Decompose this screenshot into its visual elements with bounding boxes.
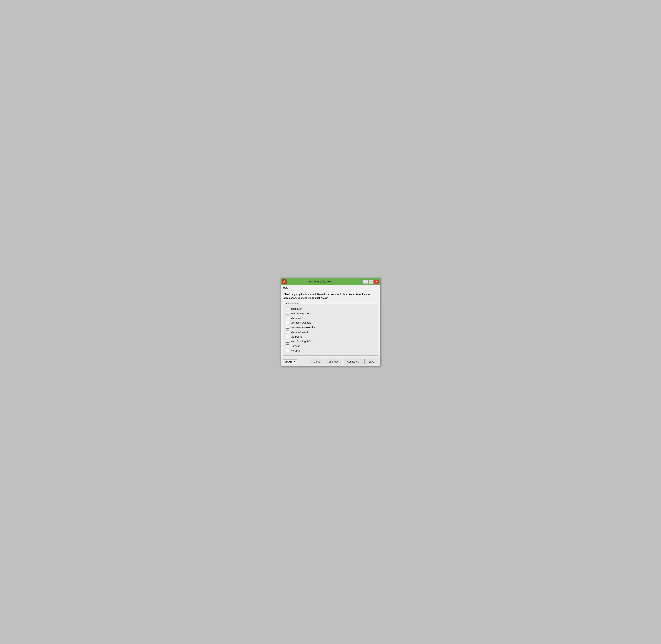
app-label-nero-burning-rom: Nero Burning ROM <box>291 340 313 343</box>
list-item[interactable]: calculator <box>286 307 375 310</box>
list-item[interactable]: Nero Burning ROM <box>286 340 375 343</box>
window-controls: — □ ✕ <box>363 280 379 284</box>
menu-help[interactable]: Help <box>282 286 289 290</box>
checkbox-microsoft-outlook[interactable] <box>286 321 289 324</box>
checkbox-microsoft-powerpoint[interactable] <box>286 326 289 329</box>
configure-button[interactable]: Configure... <box>344 359 363 364</box>
applications-group: Applications calculator Internet Explore… <box>283 304 378 356</box>
list-item[interactable]: wordpad <box>286 349 375 352</box>
checkbox-microsoft-word[interactable] <box>286 330 289 333</box>
svg-text:🔒: 🔒 <box>283 280 286 283</box>
app-label-ms-painter: MS Painter <box>291 335 303 338</box>
checkbox-wordpad[interactable] <box>286 349 289 352</box>
list-item[interactable]: Microsoft Outlook <box>286 321 375 324</box>
list-item[interactable]: Notepad <box>286 344 375 347</box>
save-button[interactable]: Save <box>364 359 378 364</box>
menu-bar: Help <box>281 285 380 290</box>
checkbox-nero-burning-rom[interactable] <box>286 340 289 343</box>
app-label-internet-explorer: Internet Explorer <box>291 312 310 315</box>
checkbox-notepad[interactable] <box>286 344 289 347</box>
app-label-microsoft-excel: Microsoft Excel <box>291 317 308 320</box>
applications-legend: Applications <box>286 302 299 305</box>
close-button[interactable]: Close <box>310 359 324 364</box>
app-icon: 🔒 <box>282 279 287 284</box>
app-label-microsoft-word: Microsoft Word <box>291 330 308 334</box>
app-label-microsoft-outlook: Microsoft Outlook <box>291 321 311 324</box>
smartx-logo: SMARTX <box>283 360 297 364</box>
app-label-wordpad: wordpad <box>291 349 300 352</box>
title-bar: 🔒 Application Locker — □ ✕ <box>281 278 380 285</box>
checkbox-ms-painter[interactable] <box>286 335 289 338</box>
checkbox-calculator[interactable] <box>286 307 289 310</box>
maximize-button[interactable]: □ <box>368 280 373 284</box>
app-label-microsoft-powerpoint: Microsoft PowerPoint <box>291 326 315 329</box>
app-list: calculator Internet Explorer Microsoft E… <box>286 307 375 352</box>
app-label-calculator: calculator <box>291 307 302 310</box>
list-item[interactable]: MS Painter <box>286 335 375 338</box>
application-window: 🔒 Application Locker — □ ✕ Help Check an… <box>280 278 381 366</box>
checkbox-internet-explorer[interactable] <box>286 312 289 315</box>
instructions-text: Check any application you'd like to lock… <box>281 290 380 302</box>
list-item[interactable]: Internet Explorer <box>286 312 375 315</box>
close-button[interactable]: ✕ <box>374 280 379 284</box>
app-label-notepad: Notepad <box>291 344 300 347</box>
list-item[interactable]: Microsoft Word <box>286 330 375 334</box>
list-item[interactable]: Microsoft Excel <box>286 317 375 320</box>
checkbox-microsoft-excel[interactable] <box>286 317 289 319</box>
unlock-all-button[interactable]: Unlock All <box>325 359 342 364</box>
window-title: Application Locker <box>288 280 353 283</box>
minimize-button[interactable]: — <box>363 280 368 284</box>
footer: SMARTX Close Unlock All Configure... Sav… <box>281 357 380 366</box>
list-item[interactable]: Microsoft PowerPoint <box>286 326 375 329</box>
smartx-logo-text: SMARTX <box>284 360 296 363</box>
